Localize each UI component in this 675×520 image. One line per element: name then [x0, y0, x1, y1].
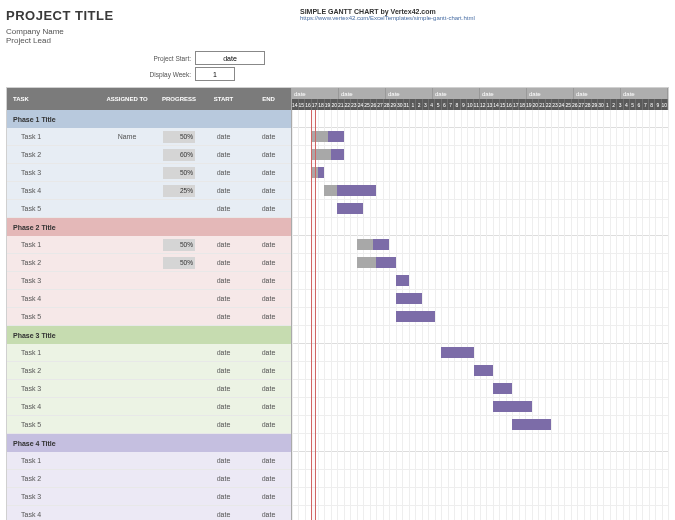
source-link[interactable]: https://www.vertex42.com/ExcelTemplates/…	[300, 15, 669, 21]
task-name[interactable]: Task 4	[7, 511, 97, 518]
task-end[interactable]: date	[246, 133, 291, 140]
task-progress[interactable]: 50%	[157, 239, 201, 251]
task-row[interactable]: Task 350%datedate	[7, 164, 291, 182]
task-start[interactable]: date	[201, 277, 246, 284]
gantt-bar[interactable]	[396, 293, 422, 304]
gantt-bar[interactable]	[396, 275, 409, 286]
task-assigned[interactable]: Name	[97, 133, 157, 140]
task-name[interactable]: Task 3	[7, 277, 97, 284]
task-end[interactable]: date	[246, 187, 291, 194]
task-start[interactable]: date	[201, 259, 246, 266]
task-end[interactable]: date	[246, 421, 291, 428]
task-end[interactable]: date	[246, 385, 291, 392]
task-progress[interactable]: 25%	[157, 185, 201, 197]
task-end[interactable]: date	[246, 295, 291, 302]
task-name[interactable]: Task 5	[7, 313, 97, 320]
task-name[interactable]: Task 3	[7, 493, 97, 500]
task-end[interactable]: date	[246, 475, 291, 482]
task-start[interactable]: date	[201, 493, 246, 500]
phase-header[interactable]: Phase 2 Title	[7, 218, 291, 236]
task-row[interactable]: Task 2datedate	[7, 362, 291, 380]
task-row[interactable]: Task 3datedate	[7, 272, 291, 290]
task-row[interactable]: Task 150%datedate	[7, 236, 291, 254]
task-row[interactable]: Task 4datedate	[7, 290, 291, 308]
task-end[interactable]: date	[246, 259, 291, 266]
company-name[interactable]: Company Name	[6, 27, 290, 36]
task-name[interactable]: Task 5	[7, 205, 97, 212]
task-name[interactable]: Task 5	[7, 421, 97, 428]
task-start[interactable]: date	[201, 187, 246, 194]
gantt-bar[interactable]	[493, 401, 532, 412]
task-start[interactable]: date	[201, 241, 246, 248]
task-start[interactable]: date	[201, 457, 246, 464]
task-start[interactable]: date	[201, 475, 246, 482]
phase-header[interactable]: Phase 1 Title	[7, 110, 291, 128]
task-name[interactable]: Task 1	[7, 457, 97, 464]
project-start-input[interactable]	[195, 51, 265, 65]
task-row[interactable]: Task 3datedate	[7, 380, 291, 398]
task-row[interactable]: Task 1datedate	[7, 344, 291, 362]
gantt-bar[interactable]	[493, 383, 512, 394]
project-title[interactable]: PROJECT TITLE	[6, 8, 290, 23]
task-end[interactable]: date	[246, 403, 291, 410]
task-start[interactable]: date	[201, 205, 246, 212]
task-start[interactable]: date	[201, 385, 246, 392]
task-name[interactable]: Task 2	[7, 259, 97, 266]
task-start[interactable]: date	[201, 421, 246, 428]
gantt-bar[interactable]	[337, 203, 363, 214]
task-start[interactable]: date	[201, 367, 246, 374]
task-end[interactable]: date	[246, 349, 291, 356]
task-name[interactable]: Task 2	[7, 367, 97, 374]
task-start[interactable]: date	[201, 511, 246, 518]
task-end[interactable]: date	[246, 151, 291, 158]
gantt-bar[interactable]	[357, 239, 389, 250]
task-progress[interactable]: 50%	[157, 131, 201, 143]
task-row[interactable]: Task 3datedate	[7, 488, 291, 506]
phase-header[interactable]: Phase 4 Title	[7, 434, 291, 452]
task-row[interactable]: Task 4datedate	[7, 506, 291, 520]
task-name[interactable]: Task 4	[7, 403, 97, 410]
gantt-bar[interactable]	[357, 257, 396, 268]
task-row[interactable]: Task 4datedate	[7, 398, 291, 416]
task-end[interactable]: date	[246, 169, 291, 176]
task-name[interactable]: Task 4	[7, 295, 97, 302]
task-start[interactable]: date	[201, 133, 246, 140]
gantt-bar[interactable]	[512, 419, 551, 430]
task-name[interactable]: Task 2	[7, 151, 97, 158]
gantt-bar[interactable]	[441, 347, 473, 358]
task-end[interactable]: date	[246, 313, 291, 320]
task-end[interactable]: date	[246, 205, 291, 212]
task-row[interactable]: Task 260%datedate	[7, 146, 291, 164]
display-week-input[interactable]	[195, 67, 235, 81]
task-row[interactable]: Task 5datedate	[7, 308, 291, 326]
task-progress[interactable]: 50%	[157, 167, 201, 179]
task-row[interactable]: Task 250%datedate	[7, 254, 291, 272]
task-end[interactable]: date	[246, 367, 291, 374]
task-row[interactable]: Task 425%datedate	[7, 182, 291, 200]
task-end[interactable]: date	[246, 241, 291, 248]
project-lead[interactable]: Project Lead	[6, 36, 290, 45]
task-name[interactable]: Task 1	[7, 349, 97, 356]
task-start[interactable]: date	[201, 151, 246, 158]
task-name[interactable]: Task 1	[7, 241, 97, 248]
gantt-bar[interactable]	[324, 185, 376, 196]
task-end[interactable]: date	[246, 277, 291, 284]
task-start[interactable]: date	[201, 403, 246, 410]
task-start[interactable]: date	[201, 349, 246, 356]
task-row[interactable]: Task 1Name50%datedate	[7, 128, 291, 146]
task-end[interactable]: date	[246, 511, 291, 518]
task-name[interactable]: Task 3	[7, 385, 97, 392]
task-start[interactable]: date	[201, 313, 246, 320]
task-row[interactable]: Task 1datedate	[7, 452, 291, 470]
task-start[interactable]: date	[201, 169, 246, 176]
task-row[interactable]: Task 5datedate	[7, 416, 291, 434]
task-row[interactable]: Task 2datedate	[7, 470, 291, 488]
task-name[interactable]: Task 4	[7, 187, 97, 194]
phase-header[interactable]: Phase 3 Title	[7, 326, 291, 344]
task-row[interactable]: Task 5datedate	[7, 200, 291, 218]
task-end[interactable]: date	[246, 457, 291, 464]
task-end[interactable]: date	[246, 493, 291, 500]
gantt-bar[interactable]	[396, 311, 435, 322]
gantt-bar[interactable]	[474, 365, 493, 376]
task-start[interactable]: date	[201, 295, 246, 302]
